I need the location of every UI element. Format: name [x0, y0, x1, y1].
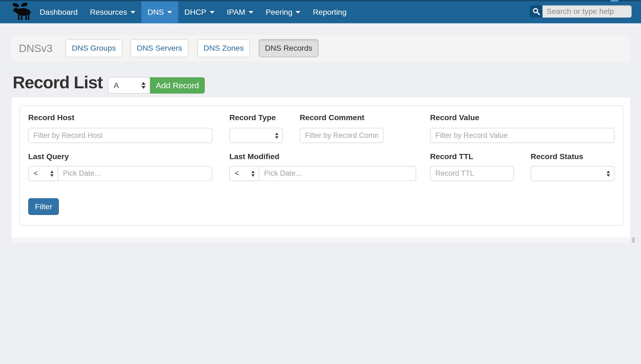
filter-box: Record Host Record Type Record Comment R…: [19, 105, 624, 226]
record-type-label: Record Type: [229, 113, 276, 122]
filter-record-comment-label-wrap: Record Comment: [300, 113, 365, 122]
nav-label: DHCP: [184, 8, 206, 17]
nav-label: Resources: [90, 8, 127, 17]
last-modified-operator-value: <: [235, 169, 239, 178]
app-root: Dashboard Resources DNS DHCP IPAM Peerin…: [0, 0, 641, 243]
record-type-select[interactable]: A: [108, 77, 150, 94]
tab-dns-zones[interactable]: DNS Zones: [198, 39, 250, 57]
global-search: [530, 5, 632, 18]
filter-record-ttl-label-wrap: Record TTL: [430, 152, 473, 161]
chevron-down-icon: [130, 11, 135, 14]
main-panel: Record Host Record Type Record Comment R…: [11, 97, 631, 243]
nav-item-dns[interactable]: DNS: [141, 1, 178, 23]
filter-record-value-label-wrap: Record Value: [430, 113, 479, 122]
last-query-operator-select[interactable]: <: [28, 166, 58, 181]
subnav-title: DNSv3: [19, 35, 53, 61]
select-stepper-icon: [275, 132, 279, 139]
nav-item-dashboard[interactable]: Dashboard: [34, 1, 84, 23]
select-stepper-icon: [252, 171, 255, 177]
last-modified-combo: <: [229, 166, 416, 181]
sort-icon: ↓↑: [452, 242, 459, 243]
last-query-combo: <: [28, 166, 212, 181]
record-ttl-label: Record TTL: [430, 152, 473, 161]
nav-label: Reporting: [313, 8, 347, 17]
tab-dns-groups[interactable]: DNS Groups: [65, 39, 122, 57]
top-navbar: Dashboard Resources DNS DHCP IPAM Peerin…: [0, 0, 641, 23]
tab-dns-servers[interactable]: DNS Servers: [131, 39, 189, 57]
record-type-filter-select[interactable]: [229, 128, 283, 143]
vertical-scrollbar[interactable]: [632, 237, 635, 243]
record-comment-label: Record Comment: [300, 113, 365, 122]
filter-record-status-label-wrap: Record Status: [531, 152, 583, 161]
nav-item-ipam[interactable]: IPAM: [221, 1, 260, 23]
nav-item-reporting[interactable]: Reporting: [307, 1, 353, 23]
select-stepper-icon: [50, 171, 54, 177]
record-host-filter-input[interactable]: [28, 128, 213, 143]
add-record-button[interactable]: Add Record: [150, 77, 205, 94]
nav-item-peering[interactable]: Peering: [259, 1, 307, 23]
record-status-label: Record Status: [531, 152, 583, 161]
select-stepper-icon: [607, 171, 610, 177]
record-status-filter-select[interactable]: [531, 166, 615, 181]
page-title: Record List: [13, 73, 103, 92]
select-stepper-icon: [141, 82, 146, 89]
moose-logo-icon: [11, 1, 32, 23]
records-table: Record Host Record Type Record Value ↓↑ …: [11, 238, 630, 243]
record-type-selected-value: A: [114, 81, 119, 90]
window-tab-fragment: [610, 0, 619, 2]
nav-label: Dashboard: [40, 8, 78, 17]
filter-submit-button[interactable]: Filter: [28, 198, 59, 215]
search-icon[interactable]: [530, 5, 543, 18]
nav-menu: Dashboard Resources DNS DHCP IPAM Peerin…: [34, 1, 353, 23]
record-comment-filter-input[interactable]: [300, 128, 384, 143]
chevron-down-icon: [167, 11, 172, 14]
dnsv3-subnav-panel: DNSv3 DNS Groups DNS Servers DNS Zones D…: [11, 35, 631, 61]
nav-label: IPAM: [227, 8, 245, 17]
chevron-down-icon: [210, 11, 214, 14]
nav-label: DNS: [147, 8, 164, 17]
last-query-operator-value: <: [34, 169, 38, 178]
last-modified-operator-select[interactable]: <: [229, 166, 259, 181]
record-ttl-filter-input[interactable]: [430, 166, 514, 181]
record-value-filter-input[interactable]: [430, 128, 615, 143]
filter-last-modified-label-wrap: Last Modified: [229, 152, 280, 161]
window-top-strip: [0, 0, 641, 1]
last-modified-date-input[interactable]: [259, 166, 416, 181]
record-host-label: Record Host: [28, 113, 74, 122]
table-header-row: Record Host Record Type Record Value ↓↑ …: [11, 238, 630, 243]
col-header-last-queried[interactable]: ↓↑ Last Queried: [452, 242, 523, 243]
nav-item-dhcp[interactable]: DHCP: [178, 1, 221, 23]
chevron-down-icon: [296, 11, 301, 14]
last-modified-label: Last Modified: [229, 152, 280, 161]
add-record-group: A Add Record: [108, 77, 205, 94]
search-input[interactable]: [543, 5, 632, 18]
nav-label: Peering: [266, 8, 292, 17]
last-query-date-input[interactable]: [58, 166, 212, 181]
tab-dns-records[interactable]: DNS Records: [259, 39, 319, 57]
nav-item-resources[interactable]: Resources: [84, 1, 141, 23]
chevron-down-icon: [249, 11, 253, 14]
filter-record-host-label-wrap: Record Host: [28, 113, 74, 122]
filter-last-query-label-wrap: Last Query: [28, 152, 69, 161]
last-query-label: Last Query: [28, 152, 69, 161]
record-value-label: Record Value: [430, 113, 479, 122]
filter-record-type-label-wrap: Record Type: [229, 113, 276, 122]
brand-logo[interactable]: [10, 2, 32, 22]
